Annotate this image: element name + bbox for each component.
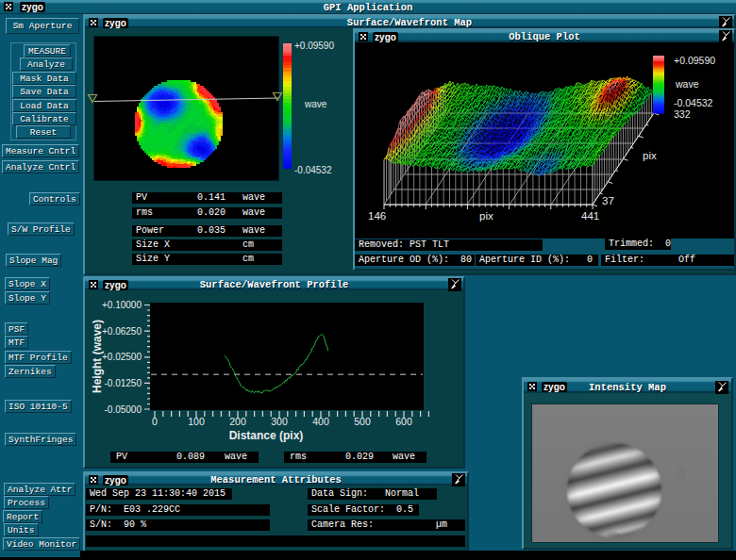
svg-text:200: 200 (229, 416, 246, 427)
svg-text:37: 37 (602, 195, 614, 206)
svg-text:-0.04532: -0.04532 (674, 97, 713, 108)
svg-text:100: 100 (188, 416, 205, 427)
svg-text:-0.05000: -0.05000 (105, 404, 142, 415)
svg-text:600: 600 (395, 416, 412, 427)
svg-text:Distance (pix): Distance (pix) (229, 429, 304, 442)
svg-text:0: 0 (152, 416, 158, 427)
svg-text:-0.01250: -0.01250 (105, 378, 142, 388)
svg-text:+0.10000: +0.10000 (102, 300, 142, 310)
svg-text:146: 146 (368, 210, 386, 222)
svg-text:pix: pix (479, 210, 493, 222)
svg-text:+0.09590: +0.09590 (674, 55, 715, 66)
svg-text:441: 441 (581, 210, 599, 222)
svg-text:wave: wave (675, 78, 699, 90)
svg-text:300: 300 (271, 416, 288, 427)
svg-text:500: 500 (354, 416, 371, 427)
svg-text:+0.02500: +0.02500 (102, 352, 142, 362)
svg-text:+0.06250: +0.06250 (102, 326, 142, 337)
svg-text:Height (wave): Height (wave) (91, 320, 104, 393)
svg-text:332: 332 (674, 108, 691, 120)
svg-text:400: 400 (312, 416, 329, 427)
svg-text:pix: pix (643, 150, 657, 161)
